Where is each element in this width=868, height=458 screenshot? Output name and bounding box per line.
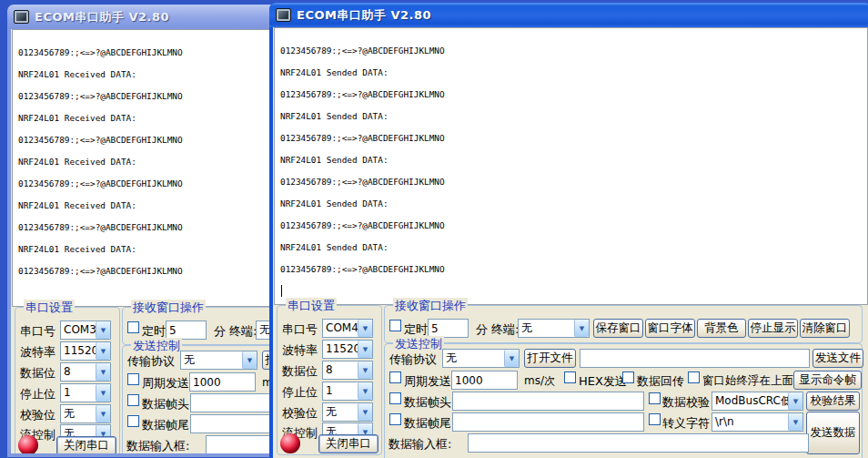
- frame-tail-label: 数据帧尾: [404, 415, 451, 432]
- frame-header-checkbox[interactable]: [389, 392, 401, 404]
- window-font-button[interactable]: 窗口字体: [645, 319, 695, 338]
- selected-value: 1: [323, 382, 358, 400]
- chevron-down-icon[interactable]: ▼: [96, 321, 110, 339]
- data-check-label: 数据校验: [662, 394, 710, 411]
- databits-select[interactable]: 8 ▼: [60, 362, 111, 382]
- stopbits-select[interactable]: 1 ▼: [322, 382, 373, 401]
- parity-select[interactable]: 无 ▼: [322, 402, 373, 422]
- port-select[interactable]: COM3 ▼: [60, 321, 111, 340]
- chevron-down-icon[interactable]: ▼: [96, 342, 110, 360]
- terminal-label: 终端:: [491, 321, 519, 338]
- app-window: ECOM串口助手 V2.80 0123456789:;<=>?@ABCDEFGH…: [269, 3, 868, 458]
- close-port-button[interactable]: 关闭串口: [56, 436, 116, 453]
- timer-checkbox[interactable]: [127, 321, 139, 333]
- data-echo-label: 数据回传: [637, 373, 684, 390]
- show-command-frame-button[interactable]: 显示命令帧: [793, 371, 862, 390]
- terminal-line: 0123456789:;<=>?@ABCDEFGHIJKLMNO: [280, 259, 867, 280]
- selected-value: 8: [323, 361, 358, 379]
- chevron-down-icon[interactable]: ▼: [358, 320, 372, 337]
- chevron-down-icon[interactable]: ▼: [96, 384, 110, 402]
- window-titlebar[interactable]: ECOM串口助手 V2.80: [269, 3, 868, 27]
- frame-tail-input[interactable]: [452, 412, 644, 432]
- frame-tail-checkbox[interactable]: [389, 413, 401, 425]
- window-title: ECOM串口助手 V2.80: [35, 9, 169, 25]
- chevron-down-icon[interactable]: ▼: [504, 350, 519, 367]
- timer-minutes-input[interactable]: [166, 321, 207, 340]
- baudrate-select[interactable]: 115200 ▼: [60, 341, 111, 361]
- chevron-down-icon[interactable]: ▼: [574, 320, 589, 337]
- chevron-down-icon[interactable]: ▼: [358, 382, 372, 400]
- terminal-select[interactable]: 无 ▼: [518, 319, 590, 338]
- minutes-label: 分: [476, 321, 488, 338]
- save-window-button[interactable]: 保存窗口: [593, 319, 643, 338]
- escape-char-label: 转义字符: [662, 415, 710, 432]
- chevron-down-icon[interactable]: ▼: [96, 363, 110, 381]
- chevron-down-icon[interactable]: ▼: [358, 361, 372, 379]
- terminal-label: 终端:: [229, 323, 257, 340]
- send-file-button[interactable]: 发送文件: [812, 349, 863, 368]
- cycle-send-checkbox[interactable]: [127, 373, 139, 385]
- port-open-indicator: [280, 433, 300, 453]
- protocol-select[interactable]: 无 ▼: [180, 351, 257, 370]
- cycle-interval-input[interactable]: [451, 371, 518, 390]
- chevron-down-icon[interactable]: ▼: [358, 403, 372, 421]
- data-echo-checkbox[interactable]: [622, 371, 634, 383]
- always-on-top-checkbox[interactable]: [688, 371, 700, 383]
- hex-send-checkbox[interactable]: [564, 371, 576, 383]
- selected-value: \r\n: [712, 413, 788, 431]
- check-result-button[interactable]: 校验结果: [806, 392, 860, 411]
- protocol-label: 传输协议: [127, 353, 175, 370]
- selected-value: ModBusCRC低位在: [712, 392, 788, 410]
- baudrate-select[interactable]: 115200 ▼: [322, 340, 373, 359]
- cycle-interval-input[interactable]: [189, 372, 256, 392]
- check-mode-select[interactable]: ModBusCRC低位在 ▼: [712, 392, 803, 411]
- protocol-select[interactable]: 无 ▼: [442, 349, 520, 368]
- terminal-line: NRF24L01 Sended DATA:: [280, 149, 867, 171]
- frame-tail-checkbox[interactable]: [127, 415, 139, 427]
- stopbits-label: 停止位: [282, 384, 318, 401]
- minutes-label: 分: [214, 323, 226, 340]
- escape-char-select[interactable]: \r\n ▼: [712, 412, 803, 432]
- port-open-indicator: [18, 435, 38, 453]
- background-color-button[interactable]: 背景色: [697, 319, 746, 338]
- terminal-line: NRF24L01 Sended DATA:: [280, 193, 867, 215]
- parity-select[interactable]: 无 ▼: [60, 404, 111, 423]
- open-file-button[interactable]: 打开文件: [524, 349, 576, 368]
- frame-header-input[interactable]: [452, 392, 644, 411]
- chevron-down-icon[interactable]: ▼: [358, 341, 372, 358]
- escape-char-checkbox[interactable]: [649, 413, 661, 425]
- data-check-checkbox[interactable]: [649, 392, 661, 404]
- databits-select[interactable]: 8 ▼: [322, 361, 373, 380]
- frame-header-checkbox[interactable]: [127, 394, 139, 406]
- desktop: { "windows": [ { "title": "ECOM串口助手 V2.8…: [0, 0, 868, 458]
- group-title: 发送控制: [393, 336, 444, 352]
- receive-display[interactable]: 0123456789:;<=>?@ABCDEFGHIJKLMNONRF24L01…: [274, 27, 868, 305]
- group-title: 发送控制: [131, 338, 182, 354]
- stopbits-select[interactable]: 1 ▼: [60, 383, 111, 402]
- selected-value: 无: [443, 350, 504, 367]
- clear-window-button[interactable]: 清除窗口: [800, 319, 850, 338]
- text-cursor: [281, 285, 282, 297]
- group-title: 接收窗口操作: [131, 300, 206, 316]
- send-data-button[interactable]: 发送数据: [806, 412, 860, 454]
- port-label: 串口号: [20, 323, 56, 340]
- terminal-line: 0123456789:;<=>?@ABCDEFGHIJKLMNO: [280, 127, 867, 149]
- chevron-down-icon[interactable]: ▼: [788, 392, 802, 410]
- data-input-field[interactable]: [468, 433, 809, 453]
- file-path-input[interactable]: [580, 349, 810, 368]
- terminal-line: NRF24L01 Sended DATA:: [280, 62, 867, 84]
- stop-display-button[interactable]: 停止显示: [748, 319, 798, 338]
- close-port-button[interactable]: 关闭串口: [318, 434, 378, 453]
- selected-value: 8: [61, 363, 96, 381]
- timer-minutes-input[interactable]: [428, 319, 469, 338]
- cycle-send-checkbox[interactable]: [389, 371, 401, 383]
- chevron-down-icon[interactable]: ▼: [242, 351, 257, 369]
- frame-header-label: 数据帧头: [404, 394, 451, 411]
- chevron-down-icon[interactable]: ▼: [788, 413, 802, 431]
- chevron-down-icon[interactable]: ▼: [96, 405, 110, 422]
- group-title: 串口设置: [286, 298, 337, 314]
- port-select[interactable]: COM4 ▼: [322, 319, 373, 338]
- cycle-unit-label: ms/次: [524, 373, 555, 389]
- protocol-label: 传输协议: [389, 351, 437, 368]
- timer-checkbox[interactable]: [389, 320, 401, 331]
